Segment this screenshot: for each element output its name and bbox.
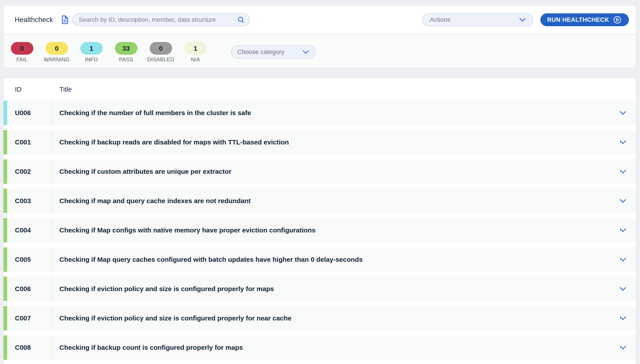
table-row[interactable]: C005 Checking if Map query caches config…: [4, 247, 636, 272]
row-status-bar: [4, 130, 7, 154]
table-row[interactable]: C002 Checking if custom attributes are u…: [4, 159, 636, 184]
row-title: Checking if eviction policy and size is …: [59, 314, 292, 322]
row-status-bar: [4, 247, 7, 272]
status-summary-row: 0 FAIL 0 WARNING 1 INFO 33 PASS 0 DISABL…: [4, 34, 636, 68]
status-badge-count: 0: [55, 45, 59, 52]
row-status-bar: [4, 277, 7, 301]
search-input[interactable]: [73, 14, 238, 26]
row-title: Checking if Map query caches configured …: [59, 256, 363, 263]
row-title: Checking if eviction policy and size is …: [59, 285, 274, 293]
status-badge: 1 N/A: [183, 42, 208, 63]
healthcheck-table-card: ID Title U006 Checking if the number of …: [3, 77, 636, 364]
status-badge-pill: 0: [46, 42, 68, 55]
status-badge-pill: 0: [150, 42, 172, 55]
row-status-bar: [4, 101, 7, 125]
row-title: Checking if the number of full members i…: [59, 109, 251, 117]
row-column-divider: [52, 130, 53, 154]
table-row[interactable]: C007 Checking if eviction policy and siz…: [4, 306, 636, 330]
search-box: [72, 13, 250, 26]
row-id: U006: [15, 109, 31, 117]
status-badge: 0 WARNING: [45, 42, 69, 63]
column-header-id: ID: [15, 86, 22, 93]
row-id: C004: [15, 226, 31, 234]
status-badges: 0 FAIL 0 WARNING 1 INFO 33 PASS 0 DISABL…: [10, 34, 208, 68]
chevron-down-icon[interactable]: [619, 258, 626, 262]
run-healthcheck-label: RUN HEALTHCHECK: [547, 16, 609, 23]
healthcheck-toolbar-card: Healthcheck Actions: [3, 5, 636, 68]
actions-dropdown-label: Actions: [430, 16, 450, 23]
status-badge-label: DISABLED: [147, 56, 174, 63]
table-header: ID Title: [4, 78, 636, 101]
row-title: Checking if map and query cache indexes …: [59, 197, 251, 205]
status-badge-count: 1: [194, 45, 198, 52]
table-row[interactable]: C008 Checking if backup count is configu…: [4, 335, 636, 360]
table-body: U006 Checking if the number of full memb…: [4, 101, 636, 360]
table-row[interactable]: C004 Checking if Map configs with native…: [4, 218, 636, 242]
category-dropdown-label: Choose category: [237, 48, 284, 56]
status-badge-label: WARNING: [44, 56, 70, 63]
table-row[interactable]: C006 Checking if eviction policy and siz…: [4, 277, 636, 301]
chevron-down-icon[interactable]: [619, 199, 626, 203]
search-icon[interactable]: [238, 16, 244, 23]
chevron-down-icon: [519, 18, 526, 22]
chevron-down-icon[interactable]: [619, 228, 626, 232]
row-column-divider: [52, 159, 53, 184]
status-badge-count: 1: [90, 45, 93, 52]
actions-dropdown[interactable]: Actions: [422, 13, 533, 26]
status-badge-label: INFO: [85, 56, 98, 63]
document-icon[interactable]: [61, 15, 68, 24]
page-title: Healthcheck: [15, 16, 53, 24]
status-badge-label: FAIL: [17, 56, 28, 63]
status-badge: 0 DISABLED: [149, 42, 173, 63]
status-badge-pill: 1: [80, 42, 103, 55]
row-title: Checking if backup count is configured p…: [59, 344, 243, 351]
table-row[interactable]: U006 Checking if the number of full memb…: [4, 101, 636, 125]
row-column-divider: [52, 189, 53, 213]
status-badge-label: PASS: [119, 56, 133, 63]
row-column-divider: [52, 101, 53, 125]
status-badge: 0 FAIL: [10, 42, 34, 63]
chevron-down-icon[interactable]: [619, 140, 626, 144]
category-dropdown[interactable]: Choose category: [231, 46, 316, 58]
row-id: C001: [15, 138, 31, 146]
status-badge-count: 33: [122, 45, 130, 52]
row-status-bar: [4, 159, 7, 184]
chevron-down-icon[interactable]: [619, 111, 626, 115]
chevron-down-icon[interactable]: [619, 346, 626, 350]
row-column-divider: [52, 306, 53, 330]
row-id: C007: [15, 314, 31, 322]
status-badge-count: 0: [159, 45, 163, 52]
row-column-divider: [52, 335, 53, 360]
status-badge-pill: 33: [115, 42, 138, 55]
row-column-divider: [52, 247, 53, 272]
row-id: C003: [15, 197, 31, 205]
chevron-down-icon[interactable]: [619, 170, 626, 174]
row-title: Checking if custom attributes are unique…: [59, 168, 232, 175]
status-badge: 33 PASS: [114, 42, 138, 63]
chevron-down-icon[interactable]: [619, 316, 626, 320]
column-header-title: Title: [59, 86, 72, 93]
toolbar-row: Healthcheck Actions: [4, 6, 636, 34]
row-column-divider: [52, 218, 53, 242]
row-id: C008: [15, 344, 31, 351]
row-id: C006: [15, 285, 31, 293]
row-status-bar: [4, 189, 7, 213]
status-badge-pill: 1: [184, 42, 207, 55]
status-badge-count: 0: [20, 45, 24, 52]
row-id: C002: [15, 168, 31, 175]
row-status-bar: [4, 306, 7, 330]
status-badge: 1 INFO: [79, 42, 104, 63]
table-row[interactable]: C001 Checking if backup reads are disabl…: [4, 130, 636, 154]
row-id: C005: [15, 256, 31, 263]
table-row[interactable]: C003 Checking if map and query cache ind…: [4, 189, 636, 213]
row-title: Checking if backup reads are disabled fo…: [59, 138, 289, 146]
status-badge-label: N/A: [191, 56, 200, 63]
status-badge-pill: 0: [11, 42, 33, 55]
row-status-bar: [4, 335, 7, 360]
chevron-down-icon[interactable]: [619, 287, 626, 291]
run-healthcheck-button[interactable]: RUN HEALTHCHECK: [540, 13, 629, 26]
row-column-divider: [52, 277, 53, 301]
row-title: Checking if Map configs with native memo…: [59, 226, 316, 234]
row-status-bar: [4, 218, 7, 242]
play-circle-icon: [612, 15, 622, 25]
